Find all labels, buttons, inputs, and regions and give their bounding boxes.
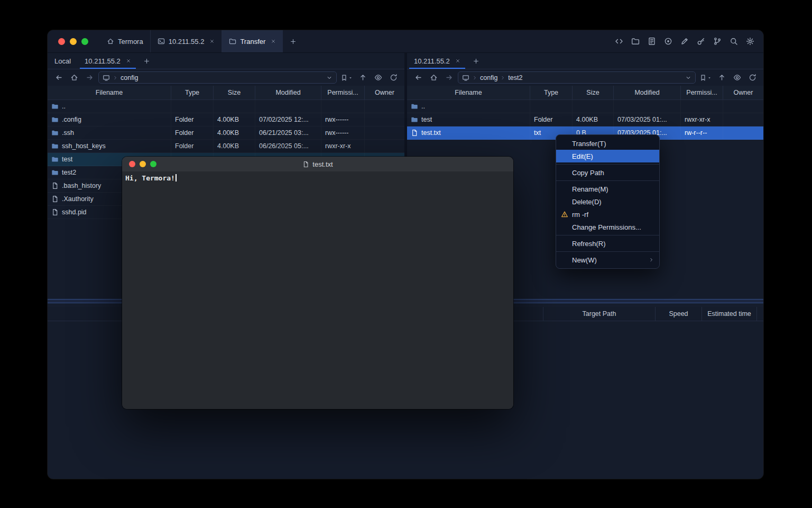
column-header-target-path[interactable]: Target Path — [543, 307, 656, 321]
file-row-.ssh[interactable]: .sshFolder4.00KB06/21/2025 03:...rwx----… — [48, 126, 404, 140]
refresh-button[interactable] — [387, 72, 400, 84]
tab-transfer-label: Transfer — [240, 38, 265, 46]
right-new-tab-button[interactable] — [467, 53, 485, 69]
menu-item-copy-path[interactable]: Copy Path — [556, 166, 659, 179]
editor-content[interactable]: Hi, Termora! — [122, 171, 513, 409]
file-icon — [302, 161, 309, 168]
column-header-type[interactable]: Type — [171, 86, 214, 99]
column-header-modified[interactable]: Modified — [614, 86, 681, 99]
cell-permissions — [321, 100, 365, 113]
breadcrumb-segment[interactable]: config — [480, 74, 497, 81]
chevron-right-icon — [113, 75, 118, 80]
file-row-..[interactable]: .. — [407, 100, 763, 113]
column-header-type[interactable]: Type — [530, 86, 573, 99]
column-header-permissions[interactable]: Permissi... — [681, 86, 723, 99]
column-header-estimated-time[interactable]: Estimated time — [702, 307, 757, 321]
left-breadcrumb[interactable]: config — [98, 71, 337, 84]
pencil-icon[interactable] — [678, 35, 691, 48]
parent-dir-button[interactable] — [715, 72, 728, 84]
bookmark-button[interactable] — [339, 74, 354, 81]
right-tab-host[interactable]: 10.211.55.2 — [407, 53, 467, 69]
chevron-down-icon[interactable] — [326, 75, 333, 81]
file-row-test[interactable]: testFolder4.00KB07/03/2025 01:...rwxr-xr… — [407, 113, 763, 126]
close-window-button[interactable] — [58, 38, 65, 45]
zoom-window-button[interactable] — [81, 38, 88, 45]
menu-item-new-w[interactable]: New(W) — [556, 253, 659, 266]
column-header-size[interactable]: Size — [573, 86, 614, 99]
file-row-..[interactable]: .. — [48, 100, 404, 113]
close-icon[interactable] — [126, 58, 131, 64]
home-button[interactable] — [427, 72, 440, 84]
forward-button[interactable] — [442, 72, 455, 84]
document-icon[interactable] — [645, 35, 658, 48]
back-button[interactable] — [52, 72, 65, 84]
column-header-filename[interactable]: Filename — [48, 86, 171, 99]
menu-item-label: Change Permissions... — [572, 223, 641, 231]
menu-item-change-permissions[interactable]: Change Permissions... — [556, 221, 659, 233]
show-hidden-button[interactable] — [372, 72, 384, 84]
menu-item-refresh-r[interactable]: Refresh(R) — [556, 237, 659, 250]
key-icon[interactable] — [694, 35, 707, 48]
folder-icon — [51, 129, 59, 137]
column-header-size[interactable]: Size — [214, 86, 255, 99]
column-header-owner[interactable]: Owner — [723, 86, 763, 99]
back-button[interactable] — [412, 72, 425, 84]
close-icon[interactable] — [209, 39, 215, 44]
column-header-filename[interactable]: Filename — [407, 86, 530, 99]
tab-host-session[interactable]: 10.211.55.2 — [150, 30, 222, 52]
menu-item-rename-m[interactable]: Rename(M) — [556, 183, 659, 195]
window-titlebar: Termora 10.211.55.2 Transfer — [48, 30, 763, 53]
new-tab-button[interactable] — [283, 30, 303, 52]
menu-item-edit-e[interactable]: Edit(E) — [556, 150, 659, 162]
folder-icon[interactable] — [629, 35, 642, 48]
right-breadcrumb[interactable]: config test2 — [458, 71, 696, 84]
column-header-modified[interactable]: Modified — [255, 86, 321, 99]
bookmark-button[interactable] — [698, 74, 713, 81]
file-icon — [51, 195, 59, 203]
menu-item-transfer-t[interactable]: Transfer(T) — [556, 137, 659, 150]
breadcrumb-segment[interactable]: config — [121, 74, 138, 81]
code-icon[interactable] — [612, 35, 625, 48]
filename-text: test.txt — [421, 129, 441, 137]
left-tab-local[interactable]: Local — [48, 53, 78, 69]
chevron-down-icon[interactable] — [685, 75, 691, 81]
left-tab-host[interactable]: 10.211.55.2 — [78, 53, 138, 69]
branch-icon[interactable] — [710, 35, 724, 48]
record-icon[interactable] — [661, 35, 675, 48]
left-new-tab-button[interactable] — [138, 53, 155, 69]
refresh-button[interactable] — [746, 72, 759, 84]
cell-size — [214, 100, 255, 113]
parent-dir-button[interactable] — [356, 72, 369, 84]
menu-item-rm-rf[interactable]: rm -rf — [556, 208, 659, 221]
minimize-window-button[interactable] — [70, 38, 77, 45]
chevron-right-icon — [472, 75, 477, 80]
show-hidden-button[interactable] — [731, 72, 743, 84]
text-caret — [176, 174, 177, 182]
tab-termora[interactable]: Termora — [100, 30, 150, 52]
column-header-permissions[interactable]: Permissi... — [321, 86, 365, 99]
file-row-ssh_host_keys[interactable]: ssh_host_keysFolder4.00KB06/26/2025 05:.… — [48, 140, 404, 153]
computer-icon — [462, 74, 469, 81]
zoom-window-button[interactable] — [150, 161, 156, 167]
tab-transfer[interactable]: Transfer — [222, 30, 283, 52]
menu-item-label: Rename(M) — [572, 185, 608, 193]
search-icon[interactable] — [727, 35, 740, 48]
minimize-window-button[interactable] — [140, 161, 146, 167]
cell-modified: 07/03/2025 01:... — [614, 113, 681, 126]
breadcrumb-segment[interactable]: test2 — [508, 74, 522, 81]
caret-down-icon — [348, 76, 353, 80]
caret-down-icon — [707, 76, 712, 80]
file-row-.config[interactable]: .configFolder4.00KB07/02/2025 12:...rwx-… — [48, 113, 404, 126]
column-header-speed[interactable]: Speed — [656, 307, 702, 321]
editor-titlebar[interactable]: test.txt — [122, 157, 513, 171]
menu-item-delete-d[interactable]: Delete(D) — [556, 195, 659, 208]
close-icon[interactable] — [271, 39, 276, 44]
close-window-button[interactable] — [129, 161, 135, 167]
gear-icon[interactable] — [743, 35, 756, 48]
forward-button[interactable] — [83, 72, 96, 84]
menu-separator — [556, 180, 659, 181]
column-header-owner[interactable]: Owner — [365, 86, 404, 99]
home-button[interactable] — [68, 72, 80, 84]
close-icon[interactable] — [455, 58, 460, 64]
menu-separator — [556, 164, 659, 165]
